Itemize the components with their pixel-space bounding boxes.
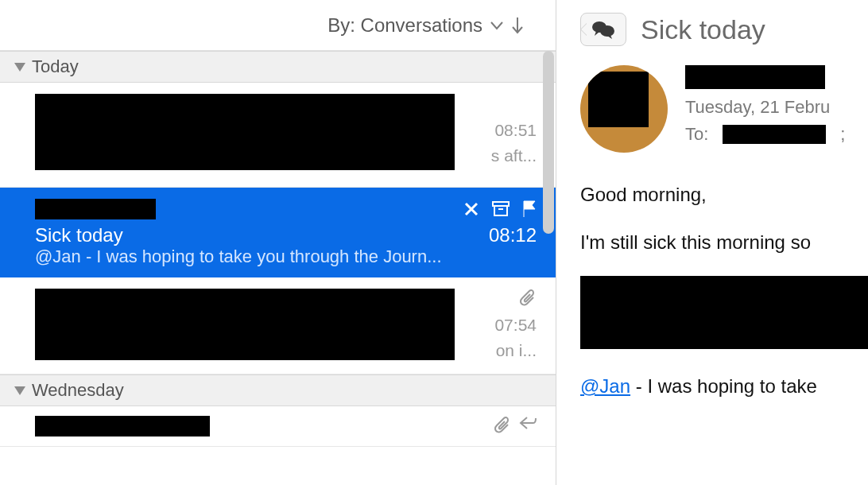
to-label: To: <box>685 124 708 145</box>
to-row: To: ; <box>685 124 868 145</box>
flag-icon[interactable] <box>522 200 537 218</box>
scrollbar[interactable] <box>543 51 554 234</box>
sort-direction-icon[interactable] <box>511 17 524 34</box>
message-row[interactable] <box>0 406 556 447</box>
message-preview: @Jan - I was hoping to take you through … <box>35 246 537 267</box>
attachment-icon <box>494 416 511 435</box>
subject-row: Sick today <box>580 13 868 46</box>
message-subject: Sick today <box>35 224 123 246</box>
message-list-pane: By: Conversations Today 08:51 s aft... <box>0 0 556 485</box>
reading-pane: Sick today Tuesday, 21 Febru To: ; Good … <box>556 0 868 485</box>
sort-bar: By: Conversations <box>0 0 556 51</box>
body-mention-line: @Jan - I was hoping to take <box>580 373 868 400</box>
message-row[interactable]: 07:54 on i... <box>0 277 556 374</box>
disclosure-triangle-icon[interactable] <box>14 380 25 401</box>
section-header-today[interactable]: Today <box>0 51 556 83</box>
to-suffix: ; <box>840 124 845 145</box>
sender-block: Tuesday, 21 Febru To: ; <box>580 65 868 153</box>
svg-point-6 <box>600 25 614 37</box>
redacted-block <box>35 94 455 170</box>
message-time: 08:51 <box>494 121 537 140</box>
sort-label[interactable]: By: Conversations <box>327 14 482 37</box>
redacted-sender <box>35 199 156 219</box>
svg-rect-2 <box>494 206 507 215</box>
svg-marker-0 <box>14 63 25 72</box>
message-body: Good morning, I'm still sick this mornin… <box>580 181 868 400</box>
section-header-wednesday[interactable]: Wednesday <box>0 374 556 406</box>
message-hover-actions <box>463 200 537 218</box>
mention-link[interactable]: @Jan <box>580 375 630 397</box>
message-preview-fragment: on i... <box>496 341 537 360</box>
svg-rect-3 <box>498 208 503 210</box>
chevron-down-icon[interactable] <box>490 21 503 30</box>
message-preview-fragment: s aft... <box>491 146 537 165</box>
reply-icon <box>519 416 537 435</box>
sent-date: Tuesday, 21 Febru <box>685 97 868 118</box>
redacted-avatar-face <box>588 72 649 127</box>
redacted-block <box>35 416 210 436</box>
redacted-body-block <box>580 276 868 349</box>
archive-icon[interactable] <box>492 201 510 217</box>
attachment-icon <box>519 289 537 308</box>
reading-subject: Sick today <box>641 14 765 45</box>
message-time: 07:54 <box>494 316 537 335</box>
app-root: By: Conversations Today 08:51 s aft... <box>0 0 868 485</box>
body-line: I'm still sick this morning so <box>580 229 868 256</box>
disclosure-triangle-icon[interactable] <box>14 56 25 77</box>
redacted-sender-name <box>685 65 825 89</box>
section-title: Today <box>32 56 79 77</box>
conversation-icon[interactable] <box>580 13 626 46</box>
svg-marker-4 <box>14 386 25 395</box>
message-row[interactable]: 08:51 s aft... <box>0 83 556 188</box>
redacted-block <box>35 289 455 360</box>
message-time: 08:12 <box>489 224 537 246</box>
avatar[interactable] <box>580 65 668 153</box>
delete-icon[interactable] <box>463 201 479 217</box>
message-row-selected[interactable]: Sick today 08:12 @Jan - I was hoping to … <box>0 188 556 277</box>
body-line: Good morning, <box>580 181 868 208</box>
redacted-recipient <box>723 125 826 144</box>
body-line-rest: - I was hoping to take <box>630 375 817 397</box>
section-title: Wednesday <box>32 380 124 401</box>
